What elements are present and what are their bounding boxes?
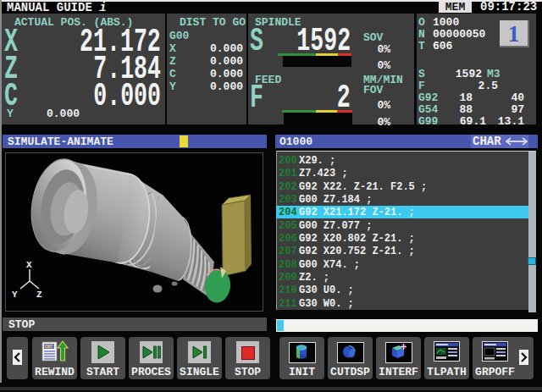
svg-text:Y: Y <box>12 290 18 300</box>
svg-text:CNT: CNT <box>45 345 53 350</box>
svg-text:X: X <box>26 260 32 270</box>
svg-text:Z: Z <box>36 290 42 300</box>
